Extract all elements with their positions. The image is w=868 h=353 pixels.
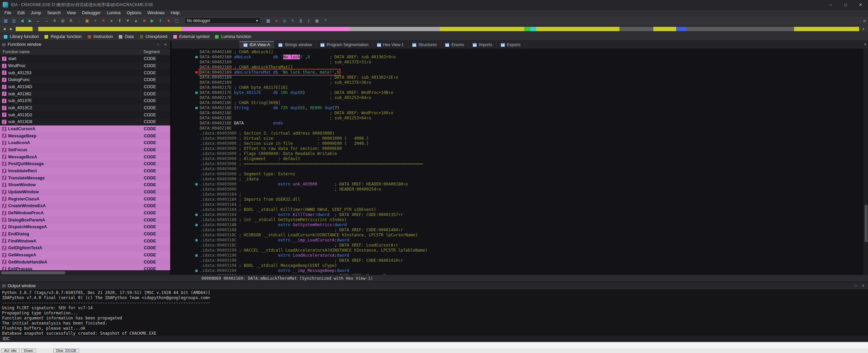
nav-forward-icon[interactable]: ▶ [26, 17, 34, 24]
function-row[interactable]: ƒExitProcessCODE [0, 266, 170, 270]
patch-icon[interactable]: ▣ [83, 17, 91, 24]
disasm-line[interactable]: .idata:00403000; Flags C0000040: Data Re… [200, 151, 864, 156]
disasm-line[interactable]: DATA:00402169; DATA XREF: sub_401362+2E↑… [200, 75, 864, 80]
disasm-line[interactable]: .idata:00403000; Section 3. (virtual add… [200, 131, 864, 136]
disasm-line[interactable]: .idata:00403194; BOOL __stdcall MessageB… [200, 263, 864, 268]
cancel-analysis-icon[interactable]: ✕ [100, 17, 107, 24]
search-icon[interactable]: ◎ [59, 17, 66, 24]
disasm-line[interactable]: DATA:0040217E; sub_401253+84↑o [200, 95, 864, 100]
function-row[interactable]: ƒsub_4013D8CODE [0, 118, 170, 125]
maximize-button[interactable]: □ [838, 0, 853, 9]
tab-exports[interactable]: Exports [497, 41, 525, 48]
panel-close-icon[interactable]: ✕ [861, 284, 866, 288]
disasm-line[interactable]: .idata:00403184; Imports from USER32.dll [200, 197, 864, 202]
navband-right-icon[interactable]: ▶ [8, 26, 14, 32]
navband-segment[interactable] [440, 27, 524, 31]
breakpoints-icon[interactable]: ● [273, 17, 280, 24]
tab-ida-view-a[interactable]: IDA View-A [239, 41, 274, 48]
navband-segment[interactable] [350, 27, 440, 31]
function-row[interactable]: ƒsub_40137ECODE [0, 97, 170, 104]
help-icon[interactable]: ? [321, 17, 329, 24]
menu-item-edit[interactable]: Edit [14, 10, 28, 16]
function-row[interactable]: ƒRegisterClassACODE [0, 195, 170, 202]
panel-float-icon[interactable]: □ [155, 43, 161, 46]
disasm-line[interactable]: .idata:00403184; BOOL __stdcall KillTime… [200, 207, 864, 212]
disasm-line[interactable]: .idata:00403194extrn__imp_MessageBeep:dw… [200, 268, 864, 273]
disasm-line[interactable]: DATA:0040218E; DATA XREF: WndProc+100↑o [200, 111, 864, 116]
navband-segment[interactable] [524, 27, 530, 31]
toolbar-overflow-icon[interactable]: » [863, 18, 866, 24]
menu-item-file[interactable]: File [1, 10, 14, 16]
navband-segment[interactable] [619, 27, 653, 31]
cli-interpreter-button[interactable]: IDC [0, 336, 868, 342]
function-row[interactable]: ƒsub_40134DCODE [0, 83, 170, 91]
debugger-selector[interactable]: No debugger▾ [184, 17, 260, 24]
disasm-line[interactable]: .idata:00403000; _idata [200, 177, 864, 182]
tab-program-segmentation[interactable]: Program Segmentation [316, 41, 373, 48]
minimize-button[interactable]: – [823, 0, 838, 9]
disasm-line[interactable]: .idata:00403000extrnunk_403000; DATA XRE… [200, 182, 864, 187]
panel-close-icon[interactable]: ✕ [163, 43, 168, 46]
function-row[interactable]: ƒCreateWindowExACODE [0, 202, 170, 210]
analysis-indicator-icon[interactable]: ● [108, 17, 115, 24]
options-icon[interactable]: ▣ [313, 17, 321, 24]
disasm-line[interactable]: .idata:00403000; Alignment : default [200, 156, 864, 161]
jump-prev-icon[interactable]: ← [35, 17, 42, 24]
function-row[interactable]: ƒGetDlgItemTextACODE [0, 244, 170, 252]
disasm-line[interactable]: .idata:00403000; Section size in file : … [200, 141, 864, 146]
start-debugger-icon[interactable]: ▶ [149, 17, 156, 24]
navband-end-icon[interactable]: ▸ [861, 26, 866, 32]
function-row[interactable]: ƒDispatchMessageACODE [0, 223, 170, 231]
database-snapshot-icon[interactable]: ▥ [10, 17, 18, 24]
watches-icon[interactable]: ◎ [281, 17, 288, 24]
navband-left-icon[interactable]: ◀ [2, 26, 7, 32]
tab-structures[interactable]: Structures [408, 41, 441, 48]
disasm-line[interactable]: DATA:0040218EDATAends [200, 121, 864, 126]
disasm-line[interactable]: DATA:00402160; sub_40137E+31↑o [200, 60, 864, 65]
terminate-process-icon[interactable]: ■ [165, 17, 172, 24]
function-row[interactable]: ƒsub_4013D2CODE [0, 111, 170, 118]
disasm-line[interactable]: .idata:00403000; Virtual size : 00001000… [200, 136, 864, 141]
disasm-line[interactable]: DATA:0040217E; CHAR byte_40217E[16] [200, 85, 864, 90]
disasm-line[interactable]: DATA:00402169aNoLuckThereMatdb'No luck t… [200, 70, 864, 75]
disasm-line[interactable]: DATA:00402160; CHAR aNoLuck[] [200, 50, 864, 55]
function-row[interactable]: ƒDialogBoxParamACODE [0, 216, 170, 223]
disasm-line[interactable]: .idata:00403190; HACCEL __stdcall LoadAc… [200, 248, 864, 253]
add-function-icon[interactable]: + [92, 17, 99, 24]
pause-process-icon[interactable]: ‖ [157, 17, 164, 24]
function-row[interactable]: ƒTranslateMessageCODE [0, 174, 170, 181]
comment-icon[interactable]: ; [75, 17, 83, 24]
disasm-line[interactable]: .idata:00403188extrnGetSystemMetrics:dwo… [200, 222, 864, 228]
disasm-line[interactable]: .idata:00403184; [200, 202, 864, 207]
tab-list-icon[interactable]: ▾ [864, 42, 866, 46]
function-row[interactable]: ƒDefWindowProcACODE [0, 210, 170, 217]
navband-segment[interactable] [536, 27, 619, 31]
disasm-line[interactable]: .idata:00403000; HEADER:00400254↑o [200, 187, 864, 192]
tab-imports[interactable]: Imports [469, 41, 497, 48]
function-row[interactable]: ƒstartCODE [0, 55, 170, 62]
menu-item-windows[interactable]: Windows [144, 10, 168, 16]
disasm-line[interactable]: .idata:00403000; Offset to raw data for … [200, 146, 864, 151]
lumina-icon[interactable]: ƒ [305, 17, 313, 24]
disasm-line[interactable]: DATA:00402160aNoLuckdb'No luck!',0; DATA… [200, 55, 864, 60]
function-row[interactable]: ƒMessageBoxACODE [0, 153, 170, 160]
function-row[interactable]: ƒsub_401253CODE [0, 69, 170, 76]
scrollbar-thumb[interactable] [1, 271, 65, 274]
disasm-line[interactable]: .idata:00403000; =======================… [200, 161, 864, 166]
disasm-line[interactable]: DATA:0040218E; CHAR String[3698] [200, 100, 864, 105]
navband-segment[interactable] [33, 27, 38, 31]
menu-item-jump[interactable]: Jump [28, 10, 44, 16]
disasm-line[interactable]: .idata:00403000 [200, 166, 864, 172]
function-row[interactable]: ƒMessageBeepCODE [0, 132, 170, 139]
modules-icon[interactable]: ≡ [289, 17, 296, 24]
disasm-line[interactable]: DATA:00402169; CHAR aNoLuckThereMat[] [200, 65, 864, 70]
debugger-windows-icon[interactable]: ▦ [264, 17, 272, 24]
functions-hscrollbar[interactable] [0, 270, 170, 275]
panel-float-icon[interactable]: □ [853, 284, 859, 288]
rename-icon[interactable]: A [67, 17, 75, 24]
function-row[interactable]: ƒGetMessageACODE [0, 252, 170, 259]
database-save-icon[interactable]: ▦ [2, 17, 9, 24]
nav-down-icon[interactable]: ▼ [124, 17, 132, 24]
column-function-name[interactable]: Function name [0, 48, 141, 55]
disasm-line[interactable]: .idata:00403190; DATA XREF: CODE:0040141… [200, 258, 864, 263]
